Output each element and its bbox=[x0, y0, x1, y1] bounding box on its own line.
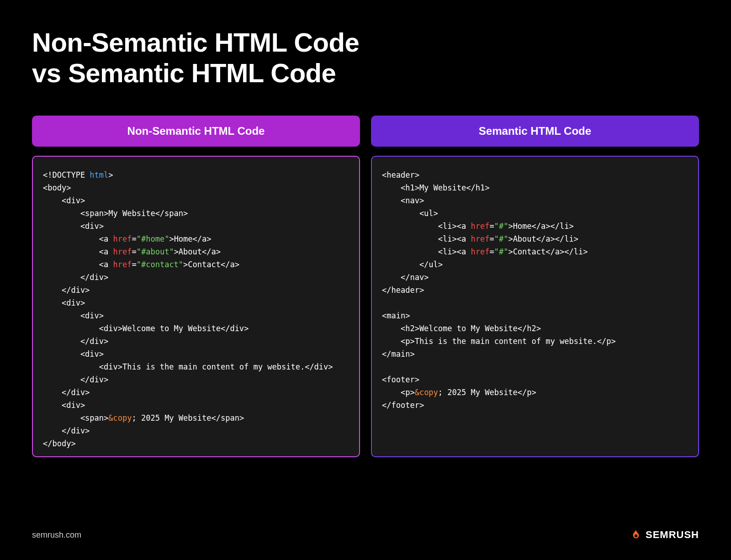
code-line: <footer> bbox=[382, 375, 419, 384]
code-token: >About</a></li> bbox=[508, 234, 578, 243]
code-line: <li><a bbox=[382, 247, 471, 256]
code-token: &copy bbox=[415, 388, 438, 397]
code-line: </div> bbox=[43, 337, 108, 346]
brand-text: SEMRUSH bbox=[646, 529, 699, 541]
code-token: "#" bbox=[494, 234, 509, 243]
svg-point-0 bbox=[635, 534, 638, 538]
code-token: "#about" bbox=[137, 247, 174, 256]
page-title: Non-Semantic HTML Code vs Semantic HTML … bbox=[32, 27, 699, 88]
code-line: </div> bbox=[43, 388, 90, 397]
code-token: href bbox=[113, 260, 132, 269]
site-label: semrush.com bbox=[32, 530, 81, 540]
code-line: <!DOCTYPE bbox=[43, 170, 90, 180]
code-line: <a bbox=[43, 260, 113, 269]
code-line: </nav> bbox=[382, 273, 429, 282]
code-line: </div> bbox=[43, 285, 90, 295]
code-line: </div> bbox=[43, 375, 108, 384]
code-token: href bbox=[113, 234, 132, 243]
code-token: html bbox=[90, 170, 108, 180]
code-line: </header> bbox=[382, 285, 424, 295]
code-line: <header> bbox=[382, 170, 419, 180]
code-token: "#contact" bbox=[137, 260, 183, 269]
code-line: <li><a bbox=[382, 234, 471, 243]
right-code-block: <header> <h1>My Website</h1> <nav> <ul> … bbox=[371, 156, 699, 457]
code-line: <div>Welcome to My Website</div> bbox=[43, 324, 249, 333]
code-line: <div> bbox=[43, 311, 104, 320]
code-line: <a bbox=[43, 247, 113, 256]
code-token: = bbox=[132, 247, 136, 256]
code-line: <nav> bbox=[382, 196, 424, 205]
code-token: "#" bbox=[494, 222, 509, 231]
code-line: <div> bbox=[43, 349, 104, 359]
left-column: Non-Semantic HTML Code <!DOCTYPE html> <… bbox=[32, 116, 360, 457]
code-line: </main> bbox=[382, 349, 415, 359]
code-token: > bbox=[108, 170, 113, 180]
code-line: <main> bbox=[382, 311, 410, 320]
code-token: "#" bbox=[494, 247, 509, 256]
code-line: <div> bbox=[43, 222, 104, 231]
right-column: Semantic HTML Code <header> <h1>My Websi… bbox=[371, 116, 699, 457]
code-token: = bbox=[489, 234, 494, 243]
code-line: <div> bbox=[43, 196, 85, 205]
code-token: ; 2025 My Website</p> bbox=[438, 388, 536, 397]
code-token: href bbox=[471, 247, 489, 256]
code-line: <li><a bbox=[382, 222, 471, 231]
code-line: <div>This is the main content of my webs… bbox=[43, 362, 333, 371]
code-line: </ul> bbox=[382, 260, 443, 269]
footer: semrush.com SEMRUSH bbox=[32, 529, 699, 541]
code-line: <p> bbox=[382, 388, 415, 397]
code-token: >Home</a> bbox=[169, 234, 211, 243]
code-line: <div> bbox=[43, 401, 85, 410]
comparison-columns: Non-Semantic HTML Code <!DOCTYPE html> <… bbox=[32, 116, 699, 457]
code-token: href bbox=[471, 234, 489, 243]
code-line: <span> bbox=[43, 413, 108, 423]
code-token: ; 2025 My Website</span> bbox=[132, 413, 244, 423]
code-token: &copy bbox=[108, 413, 132, 423]
code-line: </div> bbox=[43, 426, 90, 435]
brand: SEMRUSH bbox=[630, 529, 699, 541]
code-token: = bbox=[132, 260, 136, 269]
code-token: href bbox=[113, 247, 132, 256]
code-token: = bbox=[489, 247, 494, 256]
flame-icon bbox=[630, 529, 642, 541]
code-line: <a bbox=[43, 234, 113, 243]
code-line: <ul> bbox=[382, 209, 438, 218]
code-token: >Contact</a></li> bbox=[508, 247, 588, 256]
code-line: </div> bbox=[43, 273, 108, 282]
code-token: = bbox=[489, 222, 494, 231]
code-line: <h1>My Website</h1> bbox=[382, 183, 489, 192]
left-code-block: <!DOCTYPE html> <body> <div> <span>My We… bbox=[32, 156, 360, 457]
right-column-header: Semantic HTML Code bbox=[371, 116, 699, 147]
left-column-header: Non-Semantic HTML Code bbox=[32, 116, 360, 147]
code-line: </body> bbox=[43, 439, 76, 448]
code-token: = bbox=[132, 234, 136, 243]
code-token: href bbox=[471, 222, 489, 231]
code-token: >Home</a></li> bbox=[508, 222, 573, 231]
code-line: <body> bbox=[43, 183, 71, 192]
code-line: <span>My Website</span> bbox=[43, 209, 188, 218]
code-token: >Contact</a> bbox=[183, 260, 239, 269]
code-token: >About</a> bbox=[174, 247, 221, 256]
code-line: <div> bbox=[43, 298, 85, 307]
code-line: <h2>Welcome to My Website</h2> bbox=[382, 324, 541, 333]
code-line: </footer> bbox=[382, 401, 424, 410]
code-token: "#home" bbox=[137, 234, 170, 243]
code-line: <p>This is the main content of my websit… bbox=[382, 337, 616, 346]
